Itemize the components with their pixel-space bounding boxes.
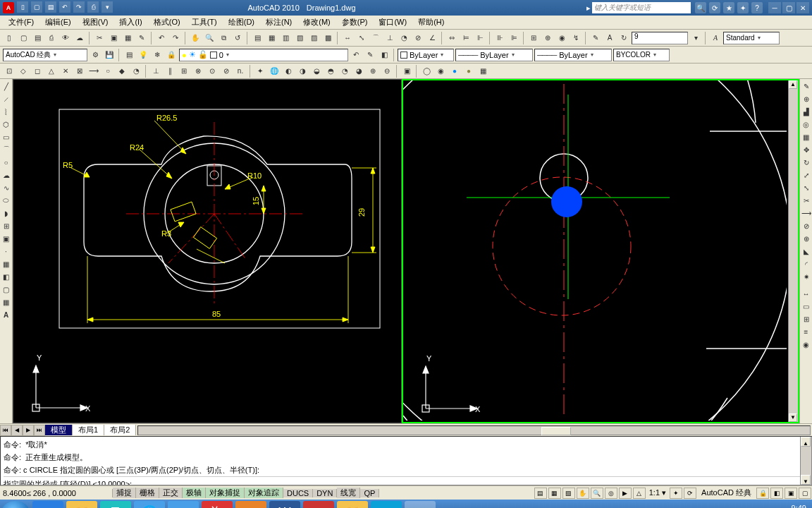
trim-icon[interactable]: ✂ [801, 195, 812, 206]
ucs-icon[interactable]: ✦ [254, 65, 266, 78]
layer-prev-icon[interactable]: ↶ [350, 49, 362, 61]
task-blank-icon[interactable]: ▫ [405, 501, 436, 508]
dim-ord-icon[interactable]: ⊥ [383, 32, 396, 44]
cmd-scroll-up-icon[interactable]: ▲ [801, 437, 811, 447]
dc-icon[interactable]: ▦ [265, 32, 278, 44]
minimize-button[interactable]: ─ [768, 2, 781, 13]
osnap-mid-icon[interactable]: △ [45, 65, 58, 78]
workspace-dropdown[interactable]: AutoCAD 经典 [3, 49, 87, 61]
osnap-appint-icon[interactable]: ⊠ [73, 65, 86, 78]
view-wireframe-icon[interactable]: ◯ [420, 65, 433, 78]
model-ps-button[interactable]: ▤ [534, 488, 547, 499]
toggle-osnap[interactable]: 对象捕捉 [206, 488, 245, 498]
app-logo-icon[interactable]: A [3, 2, 14, 13]
dim-break-icon[interactable]: ⊫ [508, 32, 520, 44]
layer-freeze-icon[interactable]: ❄ [151, 49, 164, 61]
task-app1-icon[interactable]: 淘 [202, 501, 233, 508]
quickview-layouts-icon[interactable]: ▦ [548, 488, 561, 499]
tolerance-icon[interactable]: ⊞ [527, 32, 540, 44]
tp-icon[interactable]: ▥ [279, 32, 292, 44]
subscription-icon[interactable]: ✦ [737, 2, 749, 13]
viewport-vscroll[interactable]: ▲ ▼ [788, 80, 798, 422]
color-dropdown[interactable]: ByLayer [398, 49, 454, 61]
toggle-qp[interactable]: QP [360, 489, 379, 497]
match-icon[interactable]: ✎ [135, 32, 148, 44]
dim-aligned-icon[interactable]: ⤡ [355, 32, 368, 44]
mirror-icon[interactable]: ▟ [801, 106, 812, 117]
workspace-lock-icon[interactable]: 🔒 [756, 488, 769, 499]
toggle-lwt[interactable]: 线宽 [337, 488, 360, 498]
region-mass-icon[interactable]: ⊞ [801, 313, 812, 325]
props-icon[interactable]: ▤ [251, 32, 264, 44]
id-icon[interactable]: ◉ [801, 339, 812, 350]
preview-icon[interactable]: 👁 [59, 32, 72, 44]
dim-space-icon[interactable]: ⊪ [493, 32, 506, 44]
area-icon[interactable]: ▭ [801, 301, 812, 312]
layout-hscroll[interactable] [137, 425, 811, 435]
workspace-status[interactable]: AutoCAD 经典 [697, 488, 756, 498]
dim-radius-icon[interactable]: ◔ [398, 32, 410, 44]
chamfer-icon[interactable]: ◣ [801, 246, 812, 257]
menu-view[interactable]: 视图(V) [77, 17, 114, 28]
osnap-node-icon[interactable]: ⊗ [192, 65, 204, 78]
task-media-icon[interactable]: ◉ [371, 501, 402, 508]
view-realistic-icon[interactable]: ● [448, 65, 461, 78]
plot-icon[interactable]: ⎙ [45, 32, 58, 44]
dim-diameter-icon[interactable]: ⊘ [412, 32, 424, 44]
comm-center-icon[interactable]: ⟳ [709, 2, 720, 13]
task-folder2-icon[interactable]: 📁 [337, 501, 368, 508]
menu-tools[interactable]: 工具(T) [186, 17, 223, 28]
toggle-ortho[interactable]: 正交 [159, 488, 183, 498]
maximize-button[interactable]: ▢ [782, 2, 795, 13]
ellipse-icon[interactable]: ⬭ [1, 195, 12, 206]
circle-icon[interactable]: ○ [1, 157, 12, 168]
layer-match-icon[interactable]: ✎ [364, 49, 376, 61]
task-app2-icon[interactable]: ▣ [235, 501, 266, 508]
ucs-face-icon[interactable]: ◑ [296, 65, 309, 78]
make-block-icon[interactable]: ▣ [1, 233, 12, 244]
osnap-cen-icon[interactable]: ○ [102, 65, 114, 78]
explode-icon[interactable]: ✷ [801, 271, 812, 282]
plotstyle-dropdown[interactable]: BYCOLOR [613, 49, 670, 61]
tab-layout1[interactable]: 布局1 [73, 425, 104, 435]
tab-layout2[interactable]: 布局2 [104, 425, 136, 435]
arc-icon[interactable]: ⌒ [1, 144, 12, 155]
qat-print-icon[interactable]: ⎙ [87, 1, 99, 13]
vscroll-up-icon[interactable]: ▲ [789, 80, 797, 89]
qat-save-icon[interactable]: ▤ [45, 1, 56, 13]
view-hidden-icon[interactable]: ◉ [434, 65, 447, 78]
array-icon[interactable]: ▦ [801, 131, 812, 143]
osnap-settings-icon[interactable]: n. [234, 65, 247, 78]
move-icon[interactable]: ✥ [801, 144, 812, 155]
undo-icon[interactable]: ↶ [155, 32, 168, 44]
osnap-temp-icon[interactable]: ⊡ [3, 65, 16, 78]
toggle-ducs[interactable]: DUCS [283, 489, 313, 497]
tray-clock[interactable]: 9:49 2016/1/9 [776, 504, 806, 508]
calc-icon[interactable]: ▩ [321, 32, 334, 44]
vscroll-down-icon[interactable]: ▼ [789, 413, 797, 422]
break-icon[interactable]: ⊘ [801, 220, 812, 231]
infocenter-icon[interactable]: 🔍 [695, 2, 706, 13]
revcloud-icon[interactable]: ☁ [1, 169, 12, 181]
pline-icon[interactable]: ⦚ [1, 106, 12, 117]
insert-block-icon[interactable]: ⊞ [1, 220, 12, 231]
dim-baseline-icon[interactable]: ⊨ [460, 32, 472, 44]
zoom-prev-icon[interactable]: ↺ [231, 32, 244, 44]
rectangle-icon[interactable]: ▭ [1, 131, 12, 143]
task-browser2-icon[interactable]: e [168, 501, 199, 508]
dim-angular-icon[interactable]: ∠ [426, 32, 438, 44]
menu-format[interactable]: 格式(O) [148, 17, 186, 28]
menu-window[interactable]: 窗口(W) [373, 17, 412, 28]
favorites-icon[interactable]: ★ [723, 2, 734, 13]
inspect-icon[interactable]: ◉ [555, 32, 568, 44]
osnap-par-icon[interactable]: ∥ [164, 65, 176, 78]
ann-vis-icon[interactable]: ✦ [670, 488, 682, 499]
menu-draw[interactable]: 绘图(D) [223, 17, 260, 28]
workspace-save-icon[interactable]: 💾 [103, 49, 116, 61]
qat-dropdown-icon[interactable]: ▾ [102, 1, 113, 13]
osnap-ext-icon[interactable]: ⟶ [87, 65, 100, 78]
ssm-icon[interactable]: ▧ [293, 32, 306, 44]
line-icon[interactable]: ╱ [1, 80, 12, 92]
cmd-vscroll[interactable]: ▲ ▼ [800, 437, 811, 485]
command-window[interactable]: 命令: *取消* 命令: 正在重生成模型。 命令: c CIRCLE 指定圆的圆… [0, 436, 812, 485]
